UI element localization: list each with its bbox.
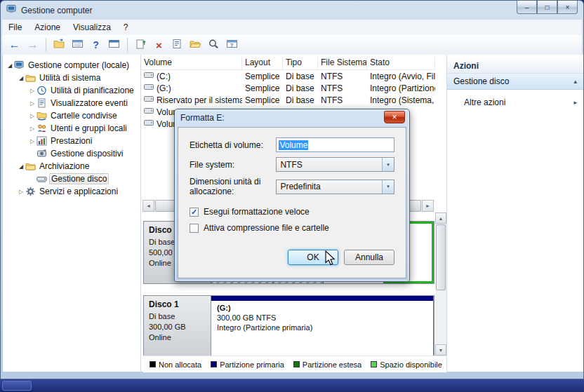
minimize-button[interactable]: – — [517, 1, 537, 14]
tree-item-visualizzatore-eventi[interactable]: ▷ Visualizzatore eventi — [3, 97, 140, 109]
scroll-up-button[interactable]: ▲ — [435, 212, 446, 224]
menu-file[interactable]: File — [2, 20, 28, 34]
cancel-button[interactable]: Annulla — [344, 250, 394, 265]
vertical-scrollbar[interactable]: ▲ ▼ — [435, 212, 446, 356]
open-folder-button[interactable] — [187, 37, 204, 53]
column-layout[interactable]: Layout — [242, 57, 283, 69]
partition-detail: 300,00 GB NTFS — [217, 313, 427, 323]
legend-swatch — [211, 361, 217, 367]
partition-color-bar — [211, 296, 433, 301]
tree-item-cartelle-condivise[interactable]: ▷ Cartelle condivise — [3, 109, 140, 122]
action-up-button[interactable] — [133, 37, 149, 53]
volume-status: Integro (Avvio, File — [367, 70, 435, 82]
titlebar[interactable]: Gestione computer – □ × — [1, 1, 583, 20]
menubar: File Azione Visualizza ? — [2, 20, 582, 36]
tree-expander-icon[interactable]: ◢ — [17, 163, 25, 170]
tree-expander-icon[interactable]: ▷ — [28, 126, 36, 132]
help-icon: ? — [93, 39, 99, 50]
volume-row[interactable]: (G:) Semplice Di base NTFS Integro (Part… — [141, 82, 435, 94]
disk-1-partition-g[interactable]: (G:) 300,00 GB NTFS Integro (Partizione … — [211, 296, 434, 358]
volume-row[interactable]: Riservato per il sistema Semplice Di bas… — [141, 94, 435, 106]
toolbar-separator — [127, 38, 128, 52]
tree-expander-icon[interactable]: ▷ — [17, 189, 25, 195]
tree-expander-icon[interactable]: ▷ — [28, 100, 36, 107]
menu-help[interactable]: ? — [117, 20, 135, 34]
scroll-down-button[interactable]: ▼ — [435, 344, 446, 356]
filesystem-select[interactable]: NTFS ▾ — [276, 157, 394, 172]
menu-azione[interactable]: Azione — [28, 20, 67, 34]
disk-status: Online — [149, 332, 206, 343]
console-window-button[interactable] — [106, 37, 122, 53]
column-stato[interactable]: Stato — [367, 57, 435, 69]
allocation-value: Predefinita — [280, 182, 320, 191]
tree-item-utilita-pianificazione[interactable]: ▷ Utilità di pianificazione — [3, 84, 140, 97]
tree-item-label: Utenti e gruppi locali — [49, 123, 128, 133]
tree-item-gestione-dispositivi[interactable]: Gestione dispositivi — [3, 147, 140, 160]
forward-button[interactable]: → — [25, 37, 41, 53]
task-scheduler-icon — [36, 86, 49, 95]
event-viewer-icon — [36, 98, 49, 108]
disk-1-header[interactable]: Disco 1 Di base 300,00 GB Online — [144, 296, 211, 358]
legend-item: Partizione primaria — [211, 360, 284, 369]
console-tree-button[interactable] — [51, 37, 67, 53]
scroll-right-button[interactable]: ► — [422, 200, 434, 212]
folder-icon — [25, 161, 38, 171]
tree-item-utenti-gruppi[interactable]: ▷ Utenti e gruppi locali — [3, 122, 140, 135]
chevron-up-icon[interactable]: ▴ — [573, 78, 577, 85]
taskbar[interactable] — [0, 379, 584, 392]
column-tipo[interactable]: Tipo — [283, 57, 318, 69]
volume-list-header: Volume Layout Tipo File Sistema Stato — [141, 57, 435, 70]
taskbar-button[interactable] — [2, 381, 32, 391]
close-icon: × — [392, 112, 397, 122]
dialog-titlebar[interactable]: Formatta E: — [175, 109, 409, 126]
dialog-close-button[interactable]: × — [384, 111, 405, 123]
legend-label: Spazio disponibile — [380, 360, 442, 369]
tree-item-utilita-di-sistema[interactable]: ◢ Utilità di sistema — [3, 72, 140, 84]
delete-button[interactable]: × — [151, 37, 167, 53]
quick-format-checkbox[interactable]: ✓ — [190, 208, 199, 217]
dropdown-arrow-icon[interactable]: ▾ — [382, 158, 394, 171]
tree-expander-icon[interactable]: ◢ — [6, 62, 14, 69]
scroll-left-button[interactable]: ◄ — [142, 200, 154, 212]
column-filesystem[interactable]: File Sistema — [318, 57, 367, 69]
compression-checkbox[interactable] — [190, 224, 199, 233]
volume-label-input[interactable]: Volume — [276, 137, 394, 152]
screen: Gestione computer – □ × File Azione Visu… — [0, 0, 584, 392]
tree-expander-icon[interactable]: ◢ — [17, 75, 25, 81]
tree-item-archiviazione[interactable]: ◢ Archiviazione — [3, 160, 140, 173]
close-button[interactable]: × — [557, 1, 578, 14]
chevron-right-icon[interactable]: ▸ — [573, 99, 577, 106]
services-icon — [25, 187, 38, 196]
partition-info: (G:) 300,00 GB NTFS Integro (Partizione … — [211, 296, 433, 332]
menu-visualizza[interactable]: Visualizza — [67, 20, 117, 34]
help-topics-button[interactable]: ? — [224, 37, 240, 53]
legend-item: Non allocata — [150, 360, 201, 369]
actions-more[interactable]: Altre azioni ▸ — [447, 95, 583, 110]
volume-status: Integro (Partizione — [367, 82, 435, 94]
tree-item-label: Utilità di pianificazione — [49, 86, 135, 95]
actions-section-gestione-disco[interactable]: Gestione disco ▴ — [447, 74, 583, 90]
properties-button[interactable] — [169, 37, 185, 53]
tree-item-servizi-applicazioni[interactable]: ▷ Servizi e applicazioni — [3, 185, 140, 198]
tree-expander-icon[interactable]: ▷ — [28, 88, 36, 94]
volume-icon — [144, 95, 154, 105]
dropdown-arrow-icon[interactable]: ▾ — [382, 180, 394, 194]
back-button[interactable]: ← — [6, 37, 22, 53]
export-list-button[interactable] — [69, 37, 86, 53]
performance-icon — [36, 136, 49, 146]
maximize-button[interactable]: □ — [537, 1, 557, 14]
allocation-select[interactable]: Predefinita ▾ — [276, 180, 394, 194]
tree-item-gestione-computer[interactable]: ◢ Gestione computer (locale) — [3, 59, 140, 72]
tree-expander-icon[interactable]: ▷ — [28, 113, 36, 119]
scrollbar-thumb[interactable] — [436, 224, 446, 290]
column-volume[interactable]: Volume — [141, 57, 242, 69]
volume-row[interactable]: (C:) Semplice Di base NTFS Integro (Avvi… — [141, 70, 435, 82]
disk-1[interactable]: Disco 1 Di base 300,00 GB Online (G:) 30… — [143, 295, 434, 358]
tree-item-prestazioni[interactable]: ▷ Prestazioni — [3, 135, 140, 147]
help-button[interactable]: ? — [88, 37, 104, 53]
search-button[interactable] — [206, 37, 222, 53]
tree-expander-icon[interactable]: ▷ — [28, 138, 36, 144]
tree-item-gestione-disco[interactable]: Gestione disco — [3, 173, 140, 185]
volume-fs: NTFS — [318, 82, 367, 94]
filesystem-label: File system: — [190, 160, 276, 170]
